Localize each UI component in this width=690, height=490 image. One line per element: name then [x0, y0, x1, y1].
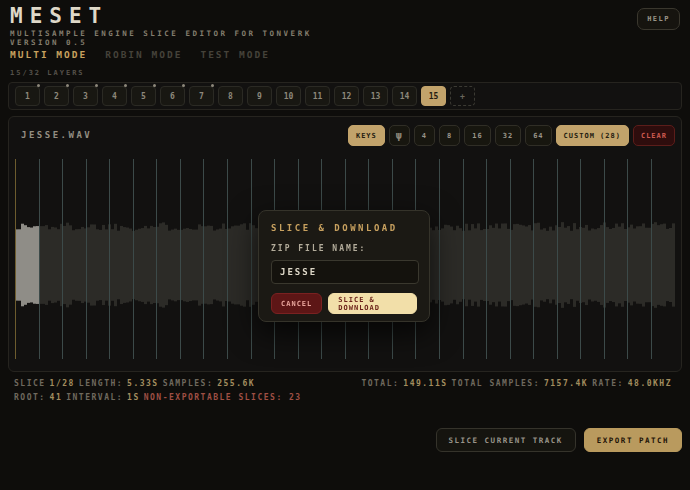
dialog-title: SLICE & DOWNLOAD: [271, 223, 417, 233]
export-patch-button[interactable]: EXPORT PATCH: [584, 428, 682, 452]
zip-name-label: ZIP FILE NAME:: [271, 244, 417, 253]
non-exportable-warning: NON-EXPORTABLE SLICES: 23: [144, 393, 302, 402]
app-version: VERSION 0.5: [10, 38, 312, 47]
layer-button-4[interactable]: 4: [102, 86, 127, 106]
tab-test-mode[interactable]: TEST MODE: [200, 49, 269, 60]
divide-64-button[interactable]: 64: [525, 125, 551, 146]
layer-button-15[interactable]: 15: [421, 86, 446, 106]
status-value: 7157.4K: [544, 379, 588, 388]
status-value: 1S: [127, 393, 140, 402]
layer-button-6[interactable]: 6: [160, 86, 185, 106]
status-value: 41: [50, 393, 63, 402]
divide-32-button[interactable]: 32: [495, 125, 521, 146]
layer-button-9[interactable]: 9: [247, 86, 272, 106]
tab-multi-mode[interactable]: MULTI MODE: [10, 49, 87, 60]
status-value: 48.0KHZ: [628, 379, 672, 388]
status-label: LENGTH:: [79, 379, 123, 388]
layer-button-3[interactable]: 3: [73, 86, 98, 106]
layer-button-7[interactable]: 7: [189, 86, 214, 106]
status-label: SLICE: [14, 379, 46, 388]
footer-actions: SLICE CURRENT TRACK EXPORT PATCH: [436, 428, 682, 452]
layers-counter: 15/32 LAYERS: [10, 69, 85, 77]
divide-16-button[interactable]: 16: [464, 125, 490, 146]
status-value: 149.11S: [403, 379, 447, 388]
layer-button-2[interactable]: 2: [44, 86, 69, 106]
layer-loaded-dot: [95, 84, 98, 87]
layer-loaded-dot: [124, 84, 127, 87]
app-title: MESET: [10, 4, 108, 28]
custom-slices-button[interactable]: CUSTOM (28): [556, 125, 629, 146]
layer-button-5[interactable]: 5: [131, 86, 156, 106]
layer-loaded-dot: [37, 84, 40, 87]
app-window: MESET MULTISAMPLE ENGINE SLICE EDITOR FO…: [0, 0, 690, 490]
status-label: RATE:: [592, 379, 624, 388]
mode-tabs: MULTI MODEROBIN MODETEST MODE: [10, 49, 270, 60]
layer-button-10[interactable]: 10: [276, 86, 301, 106]
slice-toolbar: KEYS ψ 48163264 CUSTOM (28) CLEAR: [348, 125, 675, 146]
app-subtitle-line: MULTISAMPLE ENGINE SLICE EDITOR FOR TONV…: [10, 29, 312, 38]
layer-loaded-dot: [66, 84, 69, 87]
confirm-slice-download-button[interactable]: SLICE & DOWNLOAD: [328, 293, 417, 314]
total-status-line: TOTAL:149.11STOTAL SAMPLES:7157.4KRATE:4…: [361, 379, 676, 388]
dialog-actions: CANCEL SLICE & DOWNLOAD: [271, 293, 417, 314]
status-label: TOTAL SAMPLES:: [452, 379, 540, 388]
status-label: TOTAL:: [361, 379, 399, 388]
clear-slices-button[interactable]: CLEAR: [633, 125, 675, 146]
layer-selector-row: 123456789101112131415+: [8, 82, 682, 110]
layer-button-1[interactable]: 1: [15, 86, 40, 106]
layer-button-12[interactable]: 12: [334, 86, 359, 106]
layer-button-11[interactable]: 11: [305, 86, 330, 106]
division-buttons: 48163264: [414, 125, 552, 146]
transient-detect-icon: ψ: [396, 130, 403, 141]
slice-status-line: SLICE1/28LENGTH:5.33SSAMPLES:255.6K: [14, 379, 259, 388]
layer-loaded-dot: [211, 84, 214, 87]
track-filename: JESSE.WAV: [21, 130, 92, 140]
transient-detect-button[interactable]: ψ: [389, 125, 410, 146]
slice-current-track-button[interactable]: SLICE CURRENT TRACK: [436, 428, 576, 452]
slice-download-dialog: SLICE & DOWNLOAD ZIP FILE NAME: CANCEL S…: [258, 210, 430, 322]
layer-button-14[interactable]: 14: [392, 86, 417, 106]
divide-8-button[interactable]: 8: [439, 125, 460, 146]
layer-button-8[interactable]: 8: [218, 86, 243, 106]
layer-loaded-dot: [182, 84, 185, 87]
status-label: SAMPLES:: [163, 379, 214, 388]
status-value: 5.33S: [127, 379, 159, 388]
cancel-button[interactable]: CANCEL: [271, 293, 322, 314]
status-value: 1/28: [50, 379, 75, 388]
add-layer-button[interactable]: +: [450, 86, 475, 106]
divide-4-button[interactable]: 4: [414, 125, 435, 146]
status-label: INTERVAL:: [66, 393, 123, 402]
keys-slice-button[interactable]: KEYS: [348, 125, 385, 146]
app-subtitle: MULTISAMPLE ENGINE SLICE EDITOR FOR TONV…: [10, 29, 312, 47]
help-button[interactable]: HELP: [637, 8, 680, 30]
status-value: 255.6K: [217, 379, 255, 388]
status-label: ROOT:: [14, 393, 46, 402]
root-status-line: ROOT:41INTERVAL:1SNON-EXPORTABLE SLICES:…: [14, 393, 306, 402]
tab-robin-mode[interactable]: ROBIN MODE: [105, 49, 182, 60]
layer-loaded-dot: [153, 84, 156, 87]
zip-name-input[interactable]: [271, 260, 419, 284]
layer-button-13[interactable]: 13: [363, 86, 388, 106]
